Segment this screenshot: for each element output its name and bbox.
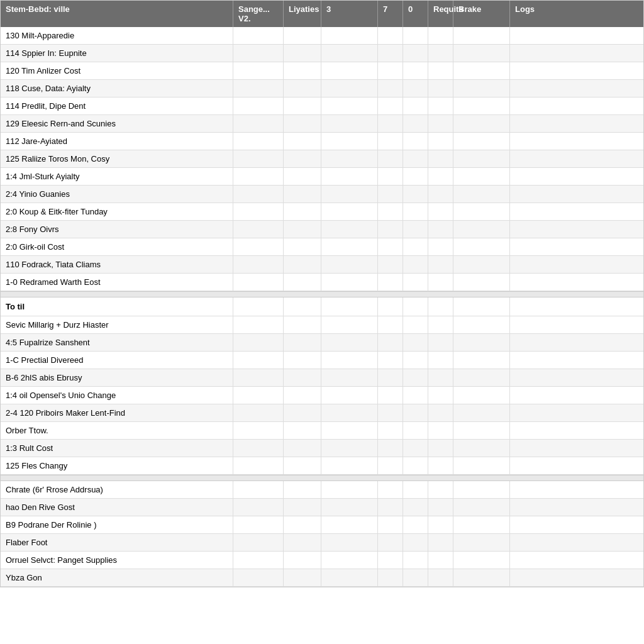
- row-data-cell: [428, 387, 453, 404]
- row-data-cell: [378, 238, 403, 255]
- row-data-cell: [510, 133, 554, 150]
- row-name-cell: 4:5 Fupalrize Sanshent: [1, 334, 233, 351]
- table-row: 114 Sppier In: Eupnite: [1, 45, 643, 62]
- row-data-cell: [453, 27, 510, 44]
- row-name-cell: 2:8 Fony Oivrs: [1, 221, 233, 238]
- row-name-cell: B9 Podrane Der Rolinie ): [1, 516, 233, 533]
- row-data-cell: [510, 97, 554, 114]
- row-data-cell: [510, 316, 554, 333]
- row-data-cell: [233, 404, 284, 421]
- section3: Chrate (6r' Rrose Addrsua)hao Den Rive G…: [1, 481, 643, 587]
- row-name-cell: 2:4 Yinio Guanies: [1, 186, 233, 203]
- row-data-cell: [284, 404, 321, 421]
- table-row: 2:4 Yinio Guanies: [1, 186, 643, 203]
- row-data-cell: [378, 27, 403, 44]
- row-data-cell: [284, 27, 321, 44]
- row-data-cell: [284, 334, 321, 351]
- row-data-cell: [378, 256, 403, 273]
- row-data-cell: [284, 186, 321, 203]
- row-data-cell: [233, 238, 284, 255]
- row-data-cell: [403, 316, 428, 333]
- row-data-cell: [284, 62, 321, 79]
- row-data-cell: [453, 404, 510, 421]
- row-data-cell: [321, 569, 378, 586]
- table-row: 1:4 oil Opensel's Unio Change: [1, 387, 643, 404]
- section-separator-1: [1, 291, 643, 297]
- row-name-cell: 130 Milt-Apparedie: [1, 27, 233, 44]
- table-row: 112 Jare‑Ayiated: [1, 133, 643, 150]
- row-data-cell: [403, 221, 428, 238]
- row-name-cell: 2-4 120 Priboirs Maker Lent-Find: [1, 404, 233, 421]
- row-data-cell: [510, 115, 554, 132]
- row-name-cell: Orber Ttow.: [1, 422, 233, 439]
- row-data-cell: [453, 221, 510, 238]
- row-data-cell: [378, 168, 403, 185]
- row-data-cell: [233, 440, 284, 457]
- row-data-cell: [321, 387, 378, 404]
- row-data-cell: [378, 80, 403, 97]
- row-data-cell: [428, 27, 453, 44]
- row-data-cell: [233, 150, 284, 167]
- row-data-cell: [233, 97, 284, 114]
- row-data-cell: [378, 481, 403, 498]
- row-data-cell: [403, 404, 428, 421]
- table-row: 2:0 Koup & Eitk-fiter Tunday: [1, 203, 643, 221]
- row-data-cell: [428, 404, 453, 421]
- row-data-cell: [403, 457, 428, 474]
- row-data-cell: [321, 62, 378, 79]
- row-data-cell: [453, 45, 510, 62]
- section2-label-col2: [233, 297, 284, 316]
- row-data-cell: [403, 203, 428, 220]
- row-name-cell: Flaber Foot: [1, 534, 233, 551]
- row-data-cell: [428, 440, 453, 457]
- row-data-cell: [510, 516, 554, 533]
- row-data-cell: [233, 221, 284, 238]
- table-row: hao Den Rive Gost: [1, 499, 643, 516]
- row-data-cell: [453, 440, 510, 457]
- row-data-cell: [510, 440, 554, 457]
- row-data-cell: [378, 387, 403, 404]
- row-data-cell: [453, 97, 510, 114]
- table-row: 118 Cuse, Data: Ayialty: [1, 80, 643, 97]
- row-data-cell: [403, 422, 428, 439]
- row-name-cell: 1-0 Redramed Warth Eost: [1, 274, 233, 291]
- row-name-cell: 1:4 oil Opensel's Unio Change: [1, 387, 233, 404]
- section2-label-row: To til: [1, 297, 643, 316]
- header-3: 3: [321, 1, 378, 27]
- row-data-cell: [428, 186, 453, 203]
- row-data-cell: [233, 316, 284, 333]
- row-data-cell: [403, 62, 428, 79]
- row-data-cell: [403, 80, 428, 97]
- row-name-cell: B-6 2hlS abis Ebrusy: [1, 369, 233, 386]
- section2-label-col9: [510, 297, 554, 316]
- section1: 130 Milt-Apparedie114 Sppier In: Eupnite…: [1, 27, 643, 291]
- row-data-cell: [233, 352, 284, 369]
- row-data-cell: [428, 369, 453, 386]
- row-data-cell: [453, 133, 510, 150]
- row-data-cell: [453, 80, 510, 97]
- row-data-cell: [403, 150, 428, 167]
- row-data-cell: [428, 45, 453, 62]
- table-row: 1:4 Jml-Sturk Ayialty: [1, 168, 643, 186]
- row-data-cell: [321, 369, 378, 386]
- row-name-cell: 129 Eleesic Rern-and Scunies: [1, 115, 233, 132]
- row-data-cell: [510, 404, 554, 421]
- row-data-cell: [453, 352, 510, 369]
- row-data-cell: [510, 62, 554, 79]
- row-data-cell: [321, 274, 378, 291]
- section2-label-col7: [428, 297, 453, 316]
- row-data-cell: [378, 516, 403, 533]
- header-0: 0: [403, 1, 428, 27]
- row-data-cell: [378, 221, 403, 238]
- row-data-cell: [233, 534, 284, 551]
- row-data-cell: [378, 499, 403, 516]
- row-data-cell: [378, 62, 403, 79]
- row-data-cell: [284, 387, 321, 404]
- row-data-cell: [378, 97, 403, 114]
- row-data-cell: [233, 387, 284, 404]
- row-data-cell: [403, 238, 428, 255]
- row-data-cell: [321, 404, 378, 421]
- row-data-cell: [403, 45, 428, 62]
- row-data-cell: [378, 115, 403, 132]
- row-data-cell: [453, 457, 510, 474]
